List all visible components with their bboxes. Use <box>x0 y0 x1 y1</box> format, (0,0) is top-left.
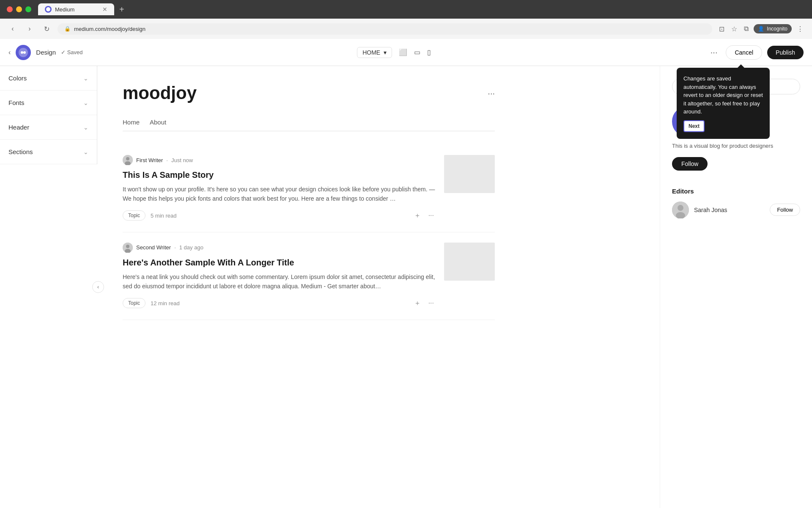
bookmark-button[interactable]: ＋ <box>412 297 422 309</box>
back-button[interactable]: ‹ <box>7 23 19 35</box>
article-card: Second Writer · 1 day ago Here's Another… <box>123 232 495 320</box>
tab-close-button[interactable]: ✕ <box>102 6 107 13</box>
topic-tag[interactable]: Topic <box>123 210 145 221</box>
sidebar-item-colors[interactable]: Colors ⌄ <box>0 66 97 90</box>
cast-icon[interactable]: ⊡ <box>717 23 726 35</box>
article-excerpt: Here's a neat link you should check out … <box>123 272 436 291</box>
tab-favicon <box>45 6 52 13</box>
mobile-view-button[interactable]: ▯ <box>425 47 433 58</box>
publish-button[interactable]: Publish <box>767 46 804 59</box>
bookmark-icon[interactable]: ☆ <box>730 23 739 35</box>
svg-point-0 <box>46 7 50 11</box>
article-thumbnail <box>444 243 495 281</box>
nav-item-about[interactable]: About <box>150 119 166 126</box>
nav-icons: ⊡ ☆ ⧉ 👤 Incognito ⋮ <box>717 23 805 35</box>
article-meta: Second Writer · 1 day ago <box>123 243 436 253</box>
more-menu-button[interactable]: ⋮ <box>795 23 805 35</box>
article-meta: First Writer · Just now <box>123 155 436 165</box>
article-time: · <box>174 244 176 251</box>
article-body: Second Writer · 1 day ago Here's Another… <box>123 243 436 309</box>
maximize-traffic-light[interactable] <box>25 6 31 12</box>
header-section: Header ⌄ <box>0 115 97 140</box>
article-time: · <box>166 157 168 163</box>
cancel-button[interactable]: Cancel <box>726 45 762 60</box>
browser-chrome: Medium ✕ + ‹ › ↻ 🔒 medium.com/moodjoy/de… <box>0 0 812 39</box>
article-footer: Topic 5 min read ＋ ··· <box>123 210 436 222</box>
content-area: moodjoy ··· Home About First <box>97 66 660 508</box>
sections-section: Sections ⌄ <box>0 140 97 164</box>
collapse-sidebar-button[interactable]: ‹ <box>92 281 104 293</box>
article-title[interactable]: Here's Another Sample With A Longer Titl… <box>123 257 436 268</box>
follow-editor-button[interactable]: Follow <box>770 204 800 216</box>
app-header: ‹ Design ✓ Saved HOME ▾ ⬜ ▭ ▯ ··· Cancel… <box>0 39 812 66</box>
view-label: HOME <box>362 49 380 56</box>
author-name: Second Writer <box>136 244 171 251</box>
tooltip-message: Changes are saved automatically. You can… <box>683 75 763 115</box>
address-url: medium.com/moodjoy/design <box>74 26 145 32</box>
forward-button[interactable]: › <box>24 23 36 35</box>
topic-tag[interactable]: Topic <box>123 298 145 308</box>
header-left: ‹ Design ✓ Saved <box>8 45 83 60</box>
chevron-down-icon: ⌄ <box>83 99 88 106</box>
editor-avatar <box>672 202 689 218</box>
bookmark-button[interactable]: ＋ <box>412 210 422 222</box>
editors-title: Editors <box>672 188 800 195</box>
article-card: First Writer · Just now This Is A Sample… <box>123 145 495 232</box>
article-title[interactable]: This Is A Sample Story <box>123 169 436 180</box>
svg-point-8 <box>126 245 129 248</box>
content-inner: moodjoy ··· Home About First <box>97 66 520 337</box>
more-article-button[interactable]: ··· <box>427 297 436 309</box>
more-options-button[interactable]: ··· <box>707 46 721 59</box>
svg-point-5 <box>126 157 129 160</box>
editor-row: Sarah Jonas Follow <box>672 202 800 218</box>
view-selector[interactable]: HOME ▾ <box>357 47 392 58</box>
article-thumbnail <box>444 155 495 193</box>
publication-more-button[interactable]: ··· <box>488 88 495 98</box>
fonts-label: Fonts <box>8 99 25 106</box>
svg-point-3 <box>23 51 26 54</box>
publication-title: moodjoy <box>123 83 197 103</box>
colors-label: Colors <box>8 75 27 82</box>
security-icon: 🔒 <box>64 26 71 32</box>
article-actions: ＋ ··· <box>412 210 436 222</box>
publication-nav: Home About <box>123 113 495 131</box>
desktop-view-button[interactable]: ⬜ <box>397 47 409 58</box>
new-tab-button[interactable]: + <box>116 3 128 16</box>
incognito-icon: 👤 <box>758 26 764 32</box>
address-bar[interactable]: 🔒 medium.com/moodjoy/design <box>58 23 712 35</box>
back-to-editor-button[interactable]: ‹ <box>8 49 11 56</box>
minimize-traffic-light[interactable] <box>16 6 22 12</box>
publication-header: moodjoy ··· <box>123 83 495 103</box>
tab-title: Medium <box>55 6 74 13</box>
reload-button[interactable]: ↻ <box>41 23 52 35</box>
view-icons: ⬜ ▭ ▯ <box>397 47 433 58</box>
article-footer: Topic 12 min read ＋ ··· <box>123 297 436 309</box>
article-timestamp: 1 day ago <box>179 244 203 251</box>
article-body: First Writer · Just now This Is A Sample… <box>123 155 436 222</box>
close-traffic-light[interactable] <box>7 6 13 12</box>
read-time: 5 min read <box>151 213 176 219</box>
author-avatar <box>123 155 133 165</box>
browser-titlebar: Medium ✕ + <box>0 0 812 19</box>
editors-section: Editors Sarah Jonas Follow <box>672 188 800 218</box>
app-logo <box>16 45 31 60</box>
sidebar-item-header[interactable]: Header ⌄ <box>0 115 97 139</box>
tooltip-next-button[interactable]: Next <box>683 120 705 132</box>
sidebar-item-fonts[interactable]: Fonts ⌄ <box>0 91 97 115</box>
article-timestamp: Just now <box>171 157 193 163</box>
browser-nav: ‹ › ↻ 🔒 medium.com/moodjoy/design ⊡ ☆ ⧉ … <box>0 19 812 39</box>
tablet-view-button[interactable]: ▭ <box>412 47 422 58</box>
author-avatar <box>123 243 133 253</box>
active-tab[interactable]: Medium ✕ <box>38 3 114 15</box>
extensions-icon[interactable]: ⧉ <box>742 23 750 34</box>
follow-publication-button[interactable]: Follow <box>672 157 708 171</box>
more-article-button[interactable]: ··· <box>427 210 436 222</box>
incognito-label: Incognito <box>767 26 787 32</box>
nav-item-home[interactable]: Home <box>123 119 140 126</box>
incognito-badge: 👤 Incognito <box>754 24 792 33</box>
left-sidebar: Colors ⌄ Fonts ⌄ Header ⌄ <box>0 66 97 164</box>
sidebar-item-sections[interactable]: Sections ⌄ <box>0 140 97 164</box>
colors-section: Colors ⌄ <box>0 66 97 91</box>
browser-tabs: Medium ✕ + <box>38 3 805 16</box>
site-name: Design <box>36 49 56 56</box>
